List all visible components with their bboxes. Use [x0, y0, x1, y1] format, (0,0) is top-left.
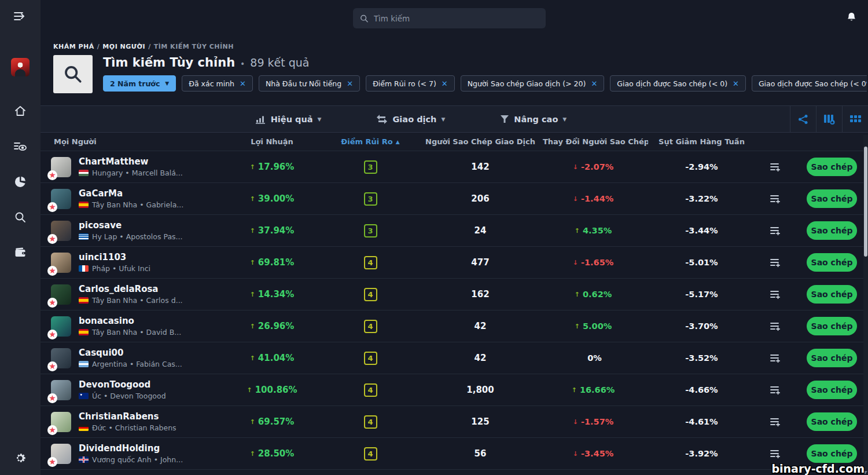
trader-profile[interactable]: ★ Casqui00 Argentina • Fabián Cas...: [41, 342, 226, 374]
trader-profile[interactable]: ★ GaCarMa Tây Ban Nha • Gabriela...: [41, 183, 226, 214]
add-to-watchlist-icon[interactable]: [755, 406, 796, 437]
trader-avatar[interactable]: ★: [51, 253, 71, 273]
trader-username[interactable]: DevonToogood: [79, 379, 166, 390]
trader-username[interactable]: DividendHolding: [79, 443, 183, 454]
table-row[interactable]: ★ ChristianRabens Đức • Christian Rabens…: [41, 406, 868, 438]
chip-close-icon[interactable]: ✕: [347, 79, 353, 88]
add-to-watchlist-icon[interactable]: [755, 151, 796, 182]
trader-avatar[interactable]: ★: [51, 284, 71, 305]
trader-subtitle: Argentina • Fabián Cas...: [92, 360, 182, 368]
table-row[interactable]: ★ uinci1103 Pháp • Ufuk Inci ↑69.81% 4 4…: [41, 247, 868, 279]
copy-button[interactable]: Sao chép: [807, 253, 857, 272]
add-to-watchlist-icon[interactable]: [755, 183, 796, 214]
filter-chip[interactable]: Người Sao chép Giao dịch (> 20)✕: [461, 75, 605, 92]
trader-username[interactable]: ChristianRabens: [79, 411, 176, 422]
add-to-watchlist-icon[interactable]: [755, 247, 796, 278]
filter-chip[interactable]: Giao dịch được Sao chép (< 0%)✕: [752, 75, 867, 92]
copy-button[interactable]: Sao chép: [807, 349, 857, 367]
column-copiers-change[interactable]: Thay Đổi Người Sao Chép Giao Dịch: [538, 133, 648, 151]
trader-avatar[interactable]: ★: [51, 189, 71, 209]
columns-settings-icon[interactable]: [816, 106, 842, 132]
watchlist-icon[interactable]: [13, 140, 27, 154]
copy-button[interactable]: Sao chép: [807, 285, 857, 304]
wallet-icon[interactable]: [13, 246, 27, 260]
column-copiers[interactable]: Người Sao Chép Giao Dịch: [422, 133, 538, 151]
trader-avatar[interactable]: ★: [51, 157, 71, 177]
trader-avatar[interactable]: ★: [51, 348, 71, 368]
user-avatar[interactable]: [11, 58, 30, 76]
add-to-watchlist-icon[interactable]: [755, 310, 796, 342]
copy-button[interactable]: Sao chép: [807, 444, 857, 463]
risk-cell: 4: [318, 310, 422, 342]
search-input[interactable]: [374, 14, 539, 23]
share-icon[interactable]: [790, 106, 816, 132]
copy-button[interactable]: Sao chép: [807, 317, 857, 335]
table-row[interactable]: ★ GaCarMa Tây Ban Nha • Gabriela... ↑39.…: [41, 183, 868, 215]
settings-gear-icon[interactable]: [0, 452, 41, 465]
copy-button[interactable]: Sao chép: [807, 158, 857, 176]
filter-chip[interactable]: Nhà Đầu tư Nổi tiếng✕: [259, 75, 360, 92]
filter-chip[interactable]: Đã xác minh✕: [182, 75, 253, 92]
column-risk-sorted[interactable]: Điểm Rủi Ro▲: [318, 133, 422, 151]
trading-menu[interactable]: Giao dịch▼: [376, 115, 445, 124]
trader-profile[interactable]: ★ uinci1103 Pháp • Ufuk Inci: [41, 247, 226, 278]
trader-username[interactable]: GaCarMa: [79, 188, 183, 199]
notifications-bell-icon[interactable]: [847, 12, 856, 25]
chip-close-icon[interactable]: ✕: [591, 79, 597, 88]
table-row[interactable]: ★ DividendHolding Vương quốc Anh • John.…: [41, 438, 868, 470]
copy-button[interactable]: Sao chép: [807, 189, 857, 208]
trader-username[interactable]: picosave: [79, 220, 183, 231]
column-gain[interactable]: Lợi Nhuận: [226, 133, 318, 151]
trader-avatar[interactable]: ★: [51, 444, 71, 464]
chip-close-icon[interactable]: ✕: [240, 79, 246, 88]
trader-profile[interactable]: ★ Carlos_delaRosa Tây Ban Nha • Carlos d…: [41, 279, 226, 310]
table-row[interactable]: ★ DevonToogood Úc • Devon Toogood ↑100.8…: [41, 374, 868, 406]
add-to-watchlist-icon[interactable]: [755, 215, 796, 246]
portfolio-icon[interactable]: [13, 175, 27, 189]
table-row[interactable]: ★ Carlos_delaRosa Tây Ban Nha • Carlos d…: [41, 279, 868, 310]
chip-close-icon[interactable]: ✕: [442, 79, 448, 88]
table-row[interactable]: ★ Casqui00 Argentina • Fabián Cas... ↑41…: [41, 342, 868, 374]
scrollbar-thumb[interactable]: [864, 147, 867, 257]
trader-username[interactable]: Carlos_delaRosa: [79, 284, 183, 294]
trader-username[interactable]: uinci1103: [79, 252, 150, 262]
trader-avatar[interactable]: ★: [51, 221, 71, 241]
grid-view-icon[interactable]: [842, 106, 868, 132]
trader-profile[interactable]: ★ ChartMatthew Hungary • Marcell Balá...: [41, 151, 226, 182]
table-row[interactable]: ★ ChartMatthew Hungary • Marcell Balá...…: [41, 151, 868, 183]
home-icon[interactable]: [13, 104, 27, 118]
trader-profile[interactable]: ★ DevonToogood Úc • Devon Toogood: [41, 374, 226, 405]
trader-username[interactable]: ChartMatthew: [79, 156, 183, 167]
search-nav-icon[interactable]: [13, 210, 27, 224]
column-people[interactable]: Mọi Người: [41, 133, 226, 151]
table-row[interactable]: ★ picosave Hy Lạp • Apostolos Pas... ↑37…: [41, 215, 868, 247]
trader-username[interactable]: Casqui00: [79, 348, 182, 358]
add-to-watchlist-icon[interactable]: [755, 374, 796, 405]
global-search[interactable]: [353, 8, 546, 28]
breadcrumb-discover[interactable]: KHÁM PHÁ: [53, 43, 94, 50]
table-row[interactable]: ★ bonacasino Tây Ban Nha • David B... ↑2…: [41, 310, 868, 342]
trader-avatar[interactable]: ★: [51, 412, 71, 432]
trader-profile[interactable]: ★ DividendHolding Vương quốc Anh • John.…: [41, 438, 226, 469]
scrollbar[interactable]: [863, 135, 868, 475]
trader-profile[interactable]: ★ bonacasino Tây Ban Nha • David B...: [41, 310, 226, 342]
trader-avatar[interactable]: ★: [51, 316, 71, 337]
advanced-menu[interactable]: Nâng cao▼: [500, 115, 567, 124]
add-to-watchlist-icon[interactable]: [755, 279, 796, 310]
trader-profile[interactable]: ★ ChristianRabens Đức • Christian Rabens: [41, 406, 226, 437]
copy-button[interactable]: Sao chép: [807, 221, 857, 240]
add-to-watchlist-icon[interactable]: [755, 342, 796, 374]
breadcrumb-people[interactable]: MỌI NGƯỜI: [102, 43, 145, 50]
filter-chip[interactable]: Giao dịch được Sao chép (< 0)✕: [610, 75, 746, 92]
filter-chip[interactable]: Điểm Rủi ro (< 7)✕: [366, 75, 455, 92]
trader-profile[interactable]: ★ picosave Hy Lạp • Apostolos Pas...: [41, 215, 226, 246]
menu-expand-icon[interactable]: [13, 10, 28, 24]
chip-close-icon[interactable]: ✕: [733, 79, 739, 88]
column-weekly-drawdown[interactable]: Sụt Giảm Hàng Tuần: [648, 133, 755, 151]
copy-button[interactable]: Sao chép: [807, 381, 857, 399]
time-filter-chip[interactable]: 2 Năm trước▼: [103, 75, 176, 92]
copy-button[interactable]: Sao chép: [807, 412, 857, 431]
trader-username[interactable]: bonacasino: [79, 316, 181, 326]
trader-avatar[interactable]: ★: [51, 380, 71, 400]
performance-menu[interactable]: Hiệu quả▼: [255, 115, 322, 124]
